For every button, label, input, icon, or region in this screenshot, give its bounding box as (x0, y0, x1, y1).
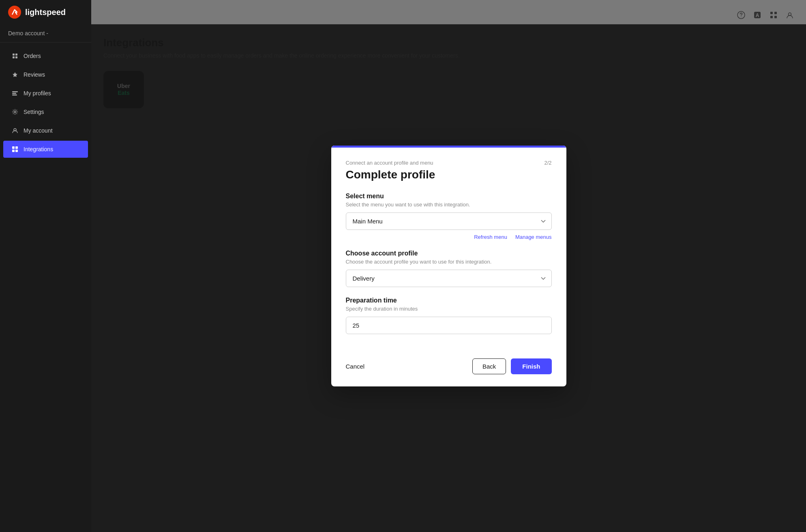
modal-overlay: Connect an account profile and menu 2/2 … (91, 0, 806, 532)
my-account-label: My account (24, 127, 53, 134)
modal-footer: Cancel Back Finish (331, 358, 566, 386)
reviews-icon (11, 71, 19, 78)
orders-label: Orders (24, 53, 41, 59)
svg-point-0 (8, 6, 21, 19)
svg-rect-2 (15, 54, 17, 56)
modal-progress-fill (331, 146, 566, 148)
main-content-area: A Integrations Connect your business wit… (91, 0, 806, 532)
sidebar-item-my-account[interactable]: My account (3, 122, 88, 139)
profile-select[interactable]: Delivery Pickup Dine-in (346, 270, 552, 287)
logo-text: lightspeed (25, 8, 66, 17)
svg-rect-4 (15, 56, 17, 58)
settings-icon (11, 108, 19, 116)
svg-rect-3 (13, 56, 15, 58)
modal-step-header: Connect an account profile and menu 2/2 (346, 160, 552, 166)
sidebar-item-my-profiles[interactable]: My profiles (3, 85, 88, 102)
svg-rect-1 (13, 54, 15, 56)
select-menu-desc: Select the menu you want to use with thi… (346, 202, 552, 208)
orders-icon (11, 52, 19, 60)
menu-select[interactable]: Main Menu Breakfast Menu Dinner Menu (346, 212, 552, 230)
account-profile-title: Choose account profile (346, 250, 552, 257)
finish-button[interactable]: Finish (511, 358, 551, 374)
sidebar-nav: Orders Reviews My profiles Settings My a… (0, 43, 91, 532)
prep-time-title: Preparation time (346, 297, 552, 304)
back-button[interactable]: Back (472, 358, 506, 374)
prep-time-input[interactable] (346, 317, 552, 334)
account-icon (11, 127, 19, 134)
reviews-label: Reviews (24, 71, 45, 78)
modal-step-title: Connect an account profile and menu (346, 160, 433, 166)
settings-label: Settings (24, 109, 44, 115)
account-profile-section: Choose account profile Choose the accoun… (346, 250, 552, 287)
modal: Connect an account profile and menu 2/2 … (331, 146, 566, 386)
svg-rect-6 (12, 91, 18, 92)
svg-marker-5 (13, 72, 17, 77)
modal-progress-bar (331, 146, 566, 148)
svg-rect-7 (12, 93, 16, 94)
svg-rect-14 (15, 150, 18, 152)
integrations-icon (11, 146, 19, 153)
prep-time-desc: Specify the duration in minutes (346, 306, 552, 312)
modal-body: Connect an account profile and menu 2/2 … (331, 148, 566, 358)
integrations-label: Integrations (24, 146, 53, 152)
sidebar-logo[interactable]: lightspeed (0, 0, 91, 24)
select-menu-title: Select menu (346, 193, 552, 200)
footer-right-buttons: Back Finish (472, 358, 552, 374)
svg-rect-12 (15, 146, 18, 149)
sidebar-account-label: Demo account - (0, 24, 91, 43)
cancel-button[interactable]: Cancel (346, 359, 365, 374)
lightspeed-logo-icon (8, 6, 21, 19)
svg-rect-8 (12, 94, 17, 96)
sidebar-item-integrations[interactable]: Integrations (3, 141, 88, 158)
modal-step-count: 2/2 (544, 160, 551, 166)
svg-rect-13 (12, 150, 15, 152)
select-menu-section: Select menu Select the menu you want to … (346, 193, 552, 240)
modal-title: Complete profile (346, 168, 552, 181)
svg-rect-11 (12, 146, 15, 149)
svg-point-9 (14, 111, 16, 113)
my-profiles-label: My profiles (24, 90, 51, 97)
sidebar-item-settings[interactable]: Settings (3, 103, 88, 120)
sidebar-item-reviews[interactable]: Reviews (3, 66, 88, 83)
manage-menus-link[interactable]: Manage menus (515, 234, 552, 240)
prep-time-section: Preparation time Specify the duration in… (346, 297, 552, 334)
menu-links: Refresh menu Manage menus (346, 234, 552, 240)
sidebar-item-orders[interactable]: Orders (3, 47, 88, 64)
sidebar: lightspeed Demo account - Orders Reviews… (0, 0, 91, 532)
profiles-icon (11, 90, 19, 97)
account-profile-desc: Choose the account profile you want to u… (346, 259, 552, 265)
refresh-menu-link[interactable]: Refresh menu (474, 234, 507, 240)
